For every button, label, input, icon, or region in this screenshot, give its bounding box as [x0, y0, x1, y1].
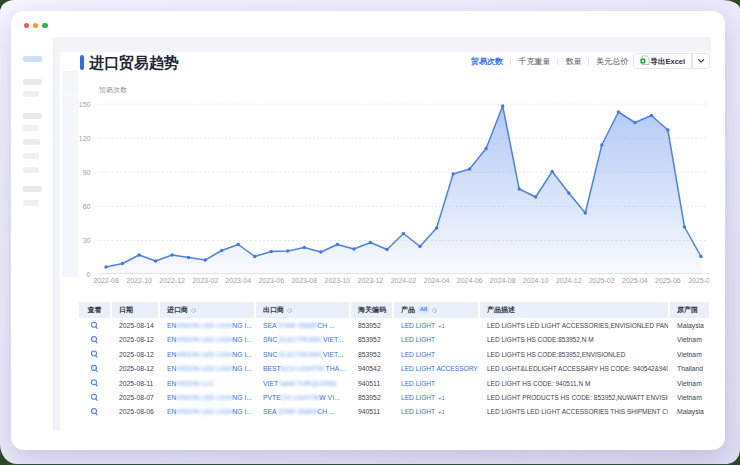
svg-text:2024-06: 2024-06: [457, 277, 483, 284]
svg-text:2023-04: 2023-04: [225, 277, 251, 284]
svg-text:2023-06: 2023-06: [258, 277, 284, 284]
svg-text:2023-08: 2023-08: [291, 277, 317, 284]
svg-text:2023-10: 2023-10: [325, 277, 351, 284]
svg-text:2025-06: 2025-06: [655, 277, 681, 284]
svg-text:2024-04: 2024-04: [424, 277, 450, 284]
svg-text:2023-02: 2023-02: [192, 277, 218, 284]
svg-text:2024-02: 2024-02: [391, 277, 417, 284]
svg-text:2025-02: 2025-02: [589, 277, 615, 284]
svg-text:2024-10: 2024-10: [523, 277, 549, 284]
svg-text:2022-08: 2022-08: [93, 277, 119, 284]
svg-text:2022-12: 2022-12: [159, 277, 185, 284]
svg-text:2025-08: 2025-08: [688, 277, 714, 284]
svg-text:2024-12: 2024-12: [556, 277, 582, 284]
svg-text:2025-04: 2025-04: [622, 277, 648, 284]
svg-text:2024-08: 2024-08: [490, 277, 516, 284]
svg-text:2023-12: 2023-12: [358, 277, 384, 284]
svg-text:2022-10: 2022-10: [126, 277, 152, 284]
